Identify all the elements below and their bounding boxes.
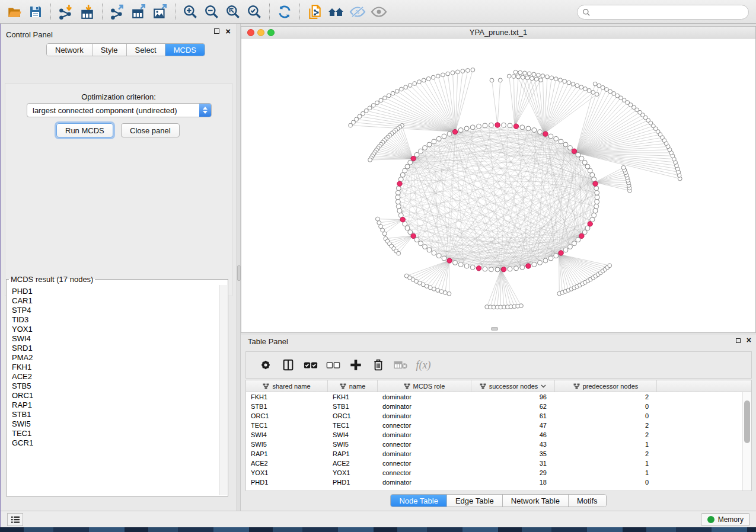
close-window-icon[interactable] (247, 29, 254, 36)
mcds-node-item[interactable]: STB5 (12, 382, 219, 391)
criterion-dropdown[interactable]: largest connected component (undirected) (27, 103, 212, 117)
network-leaf-node[interactable] (516, 75, 521, 79)
network-node[interactable] (502, 123, 506, 127)
network-leaf-node[interactable] (383, 96, 387, 100)
network-leaf-node[interactable] (498, 78, 502, 82)
column-header-name[interactable]: name (328, 380, 378, 392)
network-node[interactable] (548, 256, 553, 261)
network-node[interactable] (423, 145, 428, 150)
mcds-network-node[interactable] (501, 267, 506, 272)
minimize-window-icon[interactable] (257, 29, 264, 36)
network-leaf-node[interactable] (601, 85, 605, 89)
table-row-ACE2[interactable]: ACE2ACE2connector311 (246, 459, 742, 468)
network-leaf-node[interactable] (379, 98, 383, 102)
mcds-network-node[interactable] (452, 129, 457, 134)
network-node[interactable] (508, 123, 512, 128)
show-all-icon[interactable] (368, 2, 390, 21)
network-leaf-node[interactable] (368, 158, 372, 162)
network-leaf-node[interactable] (368, 106, 372, 110)
network-node[interactable] (470, 125, 475, 130)
save-icon[interactable] (25, 2, 46, 21)
mcds-node-item[interactable]: SWI5 (12, 419, 219, 429)
network-leaf-node[interactable] (436, 289, 440, 293)
network-leaf-node[interactable] (377, 221, 381, 225)
network-leaf-node[interactable] (371, 103, 375, 107)
network-node[interactable] (442, 256, 446, 261)
network-leaf-node[interactable] (541, 74, 545, 78)
network-node[interactable] (464, 126, 469, 131)
memory-button[interactable]: Memory (701, 513, 750, 526)
network-leaf-node[interactable] (518, 70, 522, 75)
network-node[interactable] (396, 204, 401, 209)
network-node[interactable] (595, 200, 599, 204)
network-node[interactable] (395, 190, 400, 195)
network-leaf-node[interactable] (527, 72, 531, 76)
table-row-PHD1[interactable]: PHD1PHD1dominator180 (246, 477, 742, 487)
network-node[interactable] (567, 145, 572, 150)
tab-mcds[interactable]: MCDS (165, 44, 205, 56)
mcds-network-node[interactable] (495, 123, 500, 127)
network-node[interactable] (595, 190, 599, 195)
network-node[interactable] (489, 267, 493, 272)
network-leaf-node[interactable] (587, 88, 591, 92)
network-leaf-node[interactable] (539, 78, 543, 82)
table-row-SWI5[interactable]: SWI5SWI5connector431 (246, 440, 742, 449)
network-node[interactable] (427, 142, 432, 147)
network-node[interactable] (414, 238, 419, 242)
column-header-successor-nodes[interactable]: successor nodes (471, 380, 555, 392)
tab-network-table[interactable]: Network Table (503, 495, 569, 507)
network-node[interactable] (595, 195, 599, 200)
network-leaf-node[interactable] (471, 68, 475, 72)
network-leaf-node[interactable] (451, 70, 455, 75)
network-node[interactable] (397, 209, 402, 213)
global-search[interactable] (577, 5, 749, 20)
column-header-predecessor-nodes[interactable]: predecessor nodes (555, 380, 657, 392)
tab-node-table[interactable]: Node Table (391, 495, 447, 507)
network-leaf-node[interactable] (447, 291, 451, 296)
network-node[interactable] (414, 152, 419, 157)
network-node[interactable] (592, 213, 596, 217)
mcds-network-node[interactable] (579, 233, 584, 238)
mcds-result-list[interactable]: PHD1CAR1STP4TID3YOX1SWI4SRD1PMA2FKH1ACE2… (7, 285, 219, 495)
table-scrollbar[interactable] (742, 392, 751, 491)
network-node[interactable] (579, 156, 584, 161)
network-leaf-node[interactable] (461, 69, 465, 73)
network-leaf-node[interactable] (583, 87, 588, 91)
network-leaf-node[interactable] (358, 114, 362, 118)
tab-edge-table[interactable]: Edge Table (447, 495, 503, 507)
network-node[interactable] (395, 195, 400, 200)
network-leaf-node[interactable] (530, 76, 534, 81)
network-leaf-node[interactable] (382, 232, 387, 236)
network-node[interactable] (567, 245, 572, 249)
network-node[interactable] (592, 177, 596, 182)
network-leaf-node[interactable] (375, 101, 379, 105)
network-leaf-node[interactable] (422, 78, 426, 82)
tab-motifs[interactable]: Motifs (569, 495, 606, 507)
network-leaf-node[interactable] (571, 82, 575, 86)
network-leaf-node[interactable] (593, 82, 597, 86)
mcds-node-item[interactable]: RAP1 (12, 400, 219, 410)
export-network-icon[interactable] (107, 2, 128, 21)
mcds-node-item[interactable]: SRD1 (12, 344, 219, 353)
mcds-node-item[interactable]: STB1 (12, 410, 219, 419)
network-leaf-node[interactable] (417, 80, 422, 84)
network-node[interactable] (526, 126, 531, 131)
network-node[interactable] (543, 258, 548, 263)
network-leaf-node[interactable] (575, 84, 579, 88)
mcds-list-scrollbar[interactable] (219, 285, 227, 495)
network-leaf-node[interactable] (595, 92, 599, 97)
network-node[interactable] (447, 132, 452, 136)
mcds-node-item[interactable]: STP4 (12, 306, 219, 315)
network-node[interactable] (572, 241, 576, 246)
network-leaf-node[interactable] (605, 88, 609, 92)
network-node[interactable] (594, 204, 599, 209)
network-node[interactable] (489, 123, 493, 127)
network-leaf-node[interactable] (579, 85, 583, 89)
run-mcds-button[interactable]: Run MCDS (56, 123, 113, 137)
network-node[interactable] (423, 245, 428, 249)
network-node[interactable] (576, 238, 580, 242)
network-leaf-node[interactable] (446, 72, 450, 76)
export-table-icon[interactable] (128, 2, 149, 21)
zoom-fit-icon[interactable] (222, 2, 244, 21)
mcds-node-item[interactable]: TEC1 (12, 429, 219, 438)
